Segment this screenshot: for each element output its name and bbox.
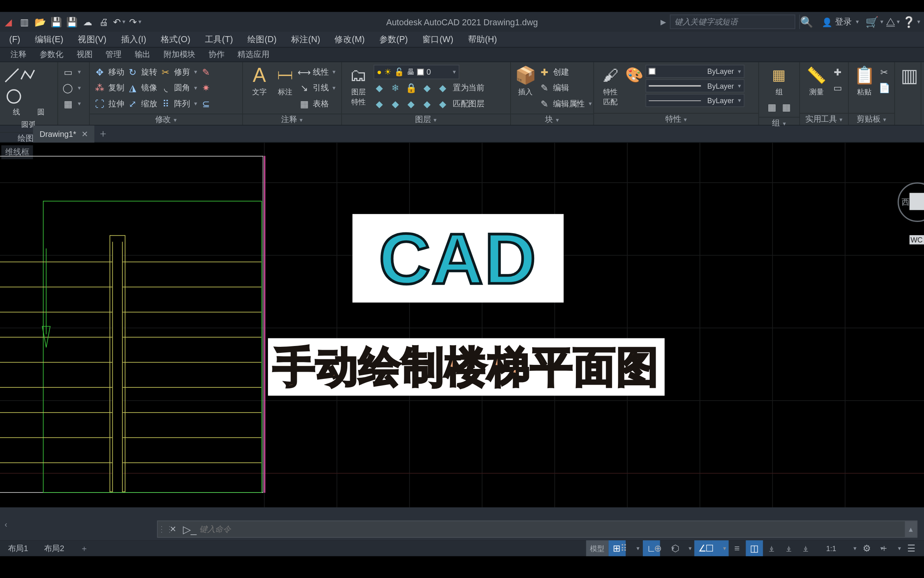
offset-button[interactable]: ⊆ — [200, 96, 212, 111]
save-icon[interactable]: 💾 — [49, 14, 63, 29]
layer-m1[interactable]: ◆ — [373, 98, 385, 110]
search-input[interactable]: 键入关键字或短语 — [670, 14, 795, 29]
cloud-icon[interactable]: ☁ — [81, 14, 95, 29]
menu-modify[interactable]: 修改(M) — [328, 33, 371, 45]
appmenu-icon[interactable]: ◢ — [1, 14, 16, 29]
layout-add-button[interactable]: ＋ — [72, 543, 96, 554]
annoauto-icon[interactable]: ⍎ — [797, 540, 815, 556]
menu-dim[interactable]: 标注(N) — [284, 33, 326, 45]
group-button[interactable]: ▦ 组 — [766, 65, 792, 97]
open-icon[interactable]: 📂 — [33, 14, 47, 29]
edit-attr-button[interactable]: ✎编辑属性▾ — [539, 96, 592, 111]
trim-button[interactable]: ✂修剪▾ — [160, 65, 197, 79]
viewcube[interactable]: 西 — [890, 182, 924, 228]
cmd-close-icon[interactable]: ✕ — [166, 525, 180, 534]
menu-window[interactable]: 窗口(W) — [416, 33, 460, 45]
linear-dim-button[interactable]: ⟷线性▾ — [298, 65, 336, 79]
edit-block-button[interactable]: ✎编辑 — [539, 81, 592, 95]
layer-m3[interactable]: ◆ — [405, 98, 417, 110]
layer-i5[interactable]: ◆ — [437, 82, 449, 94]
layerprops-button[interactable]: 🗂 图层 特性 — [346, 65, 371, 107]
lw-icon[interactable]: ≡ — [728, 540, 746, 556]
panel-util-label[interactable]: 实用工具 — [800, 113, 848, 125]
stretch-button[interactable]: ⛶拉伸 — [94, 96, 124, 111]
share-icon[interactable]: ⧋▾ — [886, 14, 900, 29]
ribtab-manage[interactable]: 管理 — [99, 47, 128, 61]
layer-i3[interactable]: 🔒 — [405, 82, 417, 94]
panel-group-label[interactable]: 组 — [759, 117, 799, 129]
layout-tab-2[interactable]: 布局2 — [36, 543, 72, 554]
plot-icon[interactable]: 🖨 — [96, 14, 111, 29]
move-button[interactable]: ✥移动 — [94, 65, 124, 79]
hatch-button[interactable]: ▦▾ — [62, 96, 81, 111]
ribtab-annotate[interactable]: 注释 — [4, 47, 33, 61]
circle-button[interactable] — [4, 86, 24, 107]
layer-m5[interactable]: ◆ — [437, 98, 449, 110]
dim-button[interactable]: 标注 — [275, 65, 296, 97]
saveas-icon[interactable]: 💾 — [65, 14, 79, 29]
color-button[interactable]: 🎨 — [626, 65, 643, 86]
copy-button[interactable]: ⁂复制 — [94, 81, 124, 95]
erase-button[interactable]: ✎ — [200, 65, 212, 79]
leader-button[interactable]: ↘引线▾ — [298, 81, 336, 95]
ellipse-button[interactable]: ◯▾ — [62, 81, 81, 95]
snap-icon[interactable]: ⠿▾ — [626, 540, 643, 556]
cmd-recent-icon[interactable]: ▴ — [905, 521, 917, 537]
create-block-button[interactable]: ✚创建 — [539, 65, 592, 79]
redo-icon[interactable]: ↷▾ — [128, 14, 142, 29]
lineweight-combo[interactable]: ByLayer▾ — [645, 79, 744, 92]
viewport-canvas[interactable]: 维线框 西 WC CAD 手动绘制楼梯平面图 — [0, 142, 924, 507]
text-button[interactable]: A 文字 — [247, 65, 272, 97]
mirror-button[interactable]: ◮镜像 — [127, 81, 157, 95]
measure-button[interactable]: 📏 测量 — [804, 65, 829, 97]
base-button[interactable]: ▥ — [899, 65, 920, 86]
ribtab-addins[interactable]: 附加模块 — [157, 47, 202, 61]
cart-icon[interactable]: 🛒▾ — [867, 14, 881, 29]
scale-button[interactable]: ⤢缩放 — [127, 96, 157, 111]
model-button[interactable]: 模型 — [586, 540, 608, 556]
panel-annotate-label[interactable]: 注释 — [243, 114, 341, 126]
rotate-button[interactable]: ↻旋转 — [127, 65, 157, 79]
filetab-drawing1[interactable]: Drawing1*✕ — [33, 125, 95, 142]
ribtab-collab[interactable]: 协作 — [202, 47, 231, 61]
color-combo[interactable]: ByLayer▾ — [645, 65, 744, 78]
menu-format[interactable]: 格式(O) — [154, 33, 197, 45]
new-icon[interactable]: ▥ — [17, 14, 32, 29]
filetab-add-button[interactable]: ＋ — [95, 127, 112, 141]
otrack-icon[interactable]: ☐▾ — [711, 540, 729, 556]
customize-icon[interactable]: ☰ — [903, 540, 920, 556]
panel-layers-label[interactable]: 图层 — [342, 114, 510, 126]
layer-m2[interactable]: ◆ — [389, 98, 401, 110]
help-icon[interactable]: ❔▾ — [904, 14, 919, 29]
layer-i4[interactable]: ◆ — [421, 82, 433, 94]
panel-block-label[interactable]: 块 — [511, 114, 594, 126]
signin-button[interactable]: 👤 登录 ▾ — [818, 16, 863, 28]
transparency-icon[interactable]: ◫ — [746, 540, 763, 556]
ribtab-param[interactable]: 参数化 — [33, 47, 70, 61]
iso-icon[interactable]: ⬡▾ — [677, 540, 694, 556]
menu-tools[interactable]: 工具(T) — [198, 33, 239, 45]
linetype-combo[interactable]: ByLayer▾ — [645, 94, 744, 107]
menu-view[interactable]: 视图(V) — [71, 33, 113, 45]
scale-button[interactable]: 1:1▾ — [814, 540, 868, 556]
paste-button[interactable]: 📋 粘贴 — [853, 65, 876, 97]
cmd-history-toggle[interactable]: ‹ — [0, 509, 12, 540]
ribtab-output[interactable]: 输出 — [128, 47, 157, 61]
command-input[interactable] — [199, 525, 905, 534]
layer-i1[interactable]: ◆ — [373, 82, 385, 94]
layout-tab-1[interactable]: 布局1 — [0, 543, 36, 554]
panel-props-label[interactable]: 特性 — [594, 113, 758, 125]
array-button[interactable]: ⠿阵列▾ — [160, 96, 197, 111]
search-icon[interactable]: 🔍 — [799, 14, 814, 29]
close-icon[interactable]: ✕ — [81, 129, 88, 138]
annoscale-icon[interactable]: ⍎ — [763, 540, 780, 556]
menu-file[interactable]: (F) — [3, 35, 27, 45]
layer-combo[interactable]: ●☀🔓🖶 0 ▾ — [373, 65, 459, 79]
menu-help[interactable]: 帮助(H) — [461, 33, 503, 45]
layer-m4[interactable]: ◆ — [421, 98, 433, 110]
menu-insert[interactable]: 插入(I) — [114, 33, 153, 45]
fillet-button[interactable]: ◟圆角▾ — [160, 81, 197, 95]
plus-icon[interactable]: ＋▾ — [886, 540, 903, 556]
panel-modify-label[interactable]: 修改 — [90, 114, 242, 126]
table-button[interactable]: ▦表格 — [298, 96, 336, 111]
